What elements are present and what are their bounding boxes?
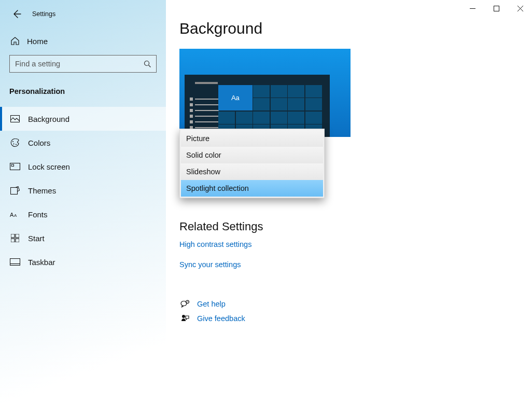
sidebar-item-start[interactable]: Start [0,226,166,250]
sidebar-item-label: Start [28,234,45,243]
sidebar-item-taskbar[interactable]: Taskbar [0,250,166,274]
preview-sample-text: Aa [218,85,253,110]
back-button[interactable] [10,8,23,20]
link-get-help[interactable]: Get help [197,300,226,308]
section-title: Personalization [0,87,166,95]
search-icon [138,56,156,72]
home-link[interactable]: Home [0,36,166,46]
sidebar-item-label: Colors [28,138,50,147]
svg-rect-11 [11,164,14,167]
svg-point-7 [12,141,13,142]
sidebar: Settings Home Personalization Background… [0,0,166,416]
sidebar-item-fonts[interactable]: AA Fonts [0,202,166,226]
sidebar-item-background[interactable]: Background [0,107,166,131]
sidebar-item-label: Themes [28,186,56,195]
background-icon [9,115,21,122]
svg-text:A: A [10,212,14,218]
feedback-icon [179,314,191,323]
svg-point-4 [144,61,149,65]
search-input[interactable] [10,60,138,68]
sidebar-item-label: Taskbar [28,258,55,267]
dropdown-option-slideshow[interactable]: Slideshow [181,163,323,180]
svg-rect-17 [11,239,15,242]
themes-icon [9,186,21,195]
svg-text:A: A [14,213,17,218]
settings-window: Settings Home Personalization Background… [0,0,532,416]
sidebar-item-themes[interactable]: Themes [0,178,166,202]
sidebar-item-label: Fonts [28,210,48,219]
sidebar-item-lockscreen[interactable]: Lock screen [0,155,166,178]
svg-rect-16 [16,234,19,238]
main-content: Background Aa Picture Solid color Slides… [166,0,532,416]
svg-point-9 [16,144,17,145]
lockscreen-icon [9,163,21,170]
colors-icon [9,138,21,147]
related-settings-heading: Related Settings [179,220,532,233]
start-icon [9,234,21,242]
dropdown-option-spotlight[interactable]: Spotlight collection [181,180,323,197]
svg-line-5 [148,65,150,67]
svg-rect-15 [11,234,15,238]
search-box[interactable] [9,55,157,73]
link-sync-your-settings[interactable]: Sync your settings [179,260,241,269]
svg-rect-18 [16,239,19,242]
svg-rect-12 [11,188,18,195]
svg-text:?: ? [187,300,188,303]
taskbar-icon [9,258,21,266]
link-give-feedback[interactable]: Give feedback [197,314,245,323]
svg-point-8 [13,144,15,145]
home-label: Home [27,37,48,46]
sidebar-item-label: Lock screen [28,162,70,171]
app-title: Settings [32,10,55,18]
home-icon [9,36,21,46]
background-mode-dropdown[interactable]: Picture Solid color Slideshow Spotlight … [179,129,325,198]
dropdown-option-picture[interactable]: Picture [181,130,323,147]
svg-rect-19 [10,259,20,266]
link-high-contrast-settings[interactable]: High contrast settings [179,240,251,248]
page-title: Background [179,20,532,37]
sidebar-item-colors[interactable]: Colors [0,131,166,155]
svg-point-24 [182,315,185,318]
dropdown-option-solid-color[interactable]: Solid color [181,147,323,163]
sidebar-item-label: Background [28,115,69,123]
help-icon: ? [179,300,191,308]
fonts-icon: AA [9,211,21,218]
background-preview: Aa [179,49,351,137]
